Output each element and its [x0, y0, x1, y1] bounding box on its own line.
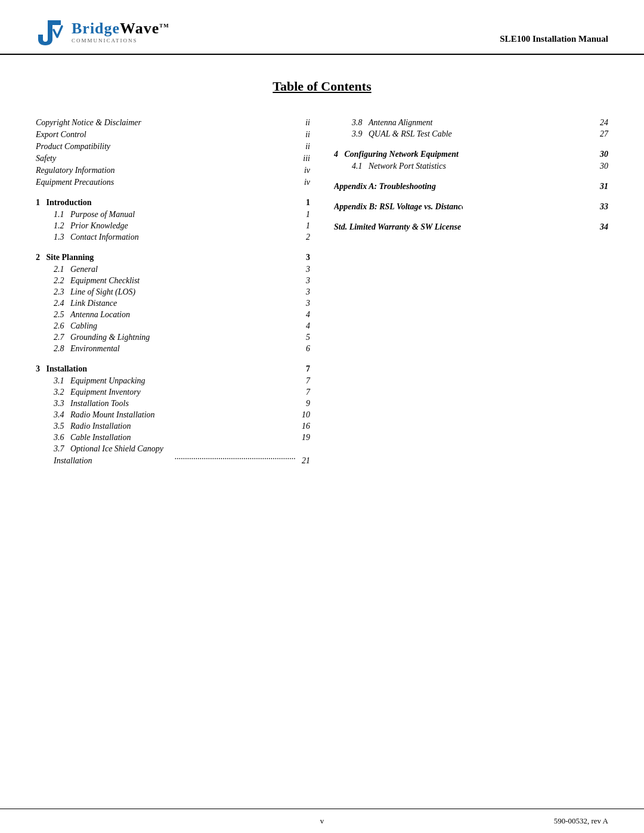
sub-num: 2.4 — [54, 299, 70, 308]
sub-label: Contact Information — [70, 233, 183, 242]
entry-dots — [166, 148, 295, 149]
sub-num: 3.2 — [54, 388, 70, 397]
appendix-page: 33 — [594, 202, 608, 212]
sub-num: 3.9 — [352, 129, 369, 139]
warranty-toc-entry: Std. Limited Warranty & SW License 34 — [334, 222, 608, 232]
section-label: 1 Introduction — [36, 198, 165, 208]
section-label: 3 Installation — [36, 364, 165, 374]
list-item: Equipment Precautions iv — [36, 178, 310, 187]
sub-num: 2.8 — [54, 344, 70, 354]
sub-num: 2.1 — [54, 265, 70, 274]
sub-num: 3.7 — [54, 444, 70, 454]
manual-title: SLE100 Installation Manual — [500, 34, 608, 48]
toc-right-column: 3.8 Antenna Alignment 24 3.9 QUAL & RSL … — [334, 118, 608, 234]
list-item: 3.2 Equipment Inventory 7 — [36, 388, 310, 397]
main-content: Table of Contents Copyright Notice & Dis… — [0, 55, 644, 504]
sub-page: 4 — [296, 310, 310, 320]
prelim-entries: Copyright Notice & Disclaimer ii Export … — [36, 118, 310, 187]
sub-num: 2.7 — [54, 333, 70, 342]
sub-page: 1 — [296, 210, 310, 219]
section-header: 4 Configuring Network Equipment 30 — [334, 150, 608, 159]
logo-text: BridgeWaveTM COMMUNICATIONS — [72, 21, 169, 44]
sub-label-cont: Installation — [54, 456, 175, 466]
sub-num: 2.5 — [54, 310, 70, 320]
entry-dots: ........................................… — [175, 454, 296, 463]
logo-area: BridgeWaveTM COMMUNICATIONS — [36, 17, 169, 48]
sub-label: Cable Installation — [70, 433, 183, 442]
entry-dots — [166, 371, 295, 371]
section-header: 1 Introduction 1 — [36, 198, 310, 208]
sub-label: Optional Ice Shield Canopy — [70, 444, 163, 454]
list-item: 1.1 Purpose of Manual 1 — [36, 210, 310, 219]
trademark: TM — [159, 23, 169, 29]
sub-num: 3.4 — [54, 410, 70, 420]
sub-page: 7 — [296, 388, 310, 397]
sub-label: QUAL & RSL Test Cable — [369, 129, 481, 139]
sub-page: 16 — [296, 422, 310, 431]
list-item: 1.2 Prior Knowledge 1 — [36, 221, 310, 231]
list-item: 2.2 Equipment Checklist 3 — [36, 276, 310, 286]
sub-num: 1.2 — [54, 221, 70, 231]
warranty-entry: Std. Limited Warranty & SW License 34 — [334, 222, 608, 232]
entry-dots — [166, 137, 295, 137]
list-item: Copyright Notice & Disclaimer ii — [36, 118, 310, 128]
sub-page: 3 — [296, 299, 310, 308]
entry-label: Export Control — [36, 130, 165, 140]
section-page: 3 — [296, 253, 310, 262]
section-page: 1 — [296, 198, 310, 208]
list-item: 3.4 Radio Mount Installation 10 — [36, 410, 310, 420]
sub-num: 1.1 — [54, 210, 70, 219]
sub-label: Prior Knowledge — [70, 221, 183, 231]
sub-page: 3 — [296, 276, 310, 286]
sub-page: 3 — [296, 265, 310, 274]
entry-label: Equipment Precautions — [36, 178, 165, 187]
sub-num: 2.2 — [54, 276, 70, 286]
entry-dots — [464, 156, 593, 157]
wave-text: Wave — [120, 20, 159, 37]
communications-label: COMMUNICATIONS — [72, 38, 138, 44]
list-item: 3.1 Equipment Unpacking 7 — [36, 376, 310, 386]
list-item: 3.6 Cable Installation 19 — [36, 433, 310, 442]
sub-label: Antenna Location — [70, 310, 183, 320]
sub-label: General — [70, 265, 183, 274]
entry-dots — [464, 188, 593, 189]
bridge-text: Bridge — [72, 20, 120, 37]
list-item: 3.9 QUAL & RSL Test Cable 27 — [334, 129, 608, 139]
sub-page: 19 — [296, 433, 310, 442]
header: BridgeWaveTM COMMUNICATIONS SLE100 Insta… — [0, 0, 644, 55]
list-item: 3.3 Installation Tools 9 — [36, 399, 310, 408]
sub-label: Grounding & Lightning — [70, 333, 183, 342]
sub-label: Radio Mount Installation — [70, 410, 183, 420]
sub-page: 5 — [296, 333, 310, 342]
section-header: 3 Installation 7 — [36, 364, 310, 374]
sub-num: 2.3 — [54, 287, 70, 297]
list-item: Export Control ii — [36, 130, 310, 140]
list-item: 2.7 Grounding & Lightning 5 — [36, 333, 310, 342]
warranty-label: Std. Limited Warranty & SW License — [334, 222, 463, 232]
sub-label: Equipment Unpacking — [70, 376, 183, 386]
sub-page: 3 — [296, 287, 310, 297]
section-page: 30 — [594, 150, 608, 159]
sub-num: 3.6 — [54, 433, 70, 442]
section-label: 2 Site Planning — [36, 253, 165, 262]
sub-label: Installation Tools — [70, 399, 183, 408]
toc-section-4: 4 Configuring Network Equipment 30 4.1 N… — [334, 150, 608, 171]
sub-page: 9 — [296, 399, 310, 408]
sub-label: Cabling — [70, 321, 183, 331]
list-item: 2.6 Cabling 4 — [36, 321, 310, 331]
entry-dots — [166, 160, 295, 161]
toc-left-column: Copyright Notice & Disclaimer ii Export … — [36, 118, 310, 468]
sub-page: 21 — [296, 456, 310, 466]
sub-page: 7 — [296, 376, 310, 386]
toc-section-3: 3 Installation 7 3.1 Equipment Unpacking… — [36, 364, 310, 466]
list-item: 2.3 Line of Sight (LOS) 3 — [36, 287, 310, 297]
appendix-label: Appendix B: RSL Voltage vs. Distance — [334, 202, 463, 212]
appendix-b: Appendix B: RSL Voltage vs. Distance 33 — [334, 202, 608, 212]
list-item: 2.5 Antenna Location 4 — [36, 310, 310, 320]
sub-label: Purpose of Manual — [70, 210, 183, 219]
multiline-row1: 3.7 Optional Ice Shield Canopy — [54, 444, 310, 454]
page: BridgeWaveTM COMMUNICATIONS SLE100 Insta… — [0, 0, 644, 833]
entry-page: ii — [296, 142, 310, 151]
list-item: Product Compatibility ii — [36, 142, 310, 151]
sub-num: 3.1 — [54, 376, 70, 386]
